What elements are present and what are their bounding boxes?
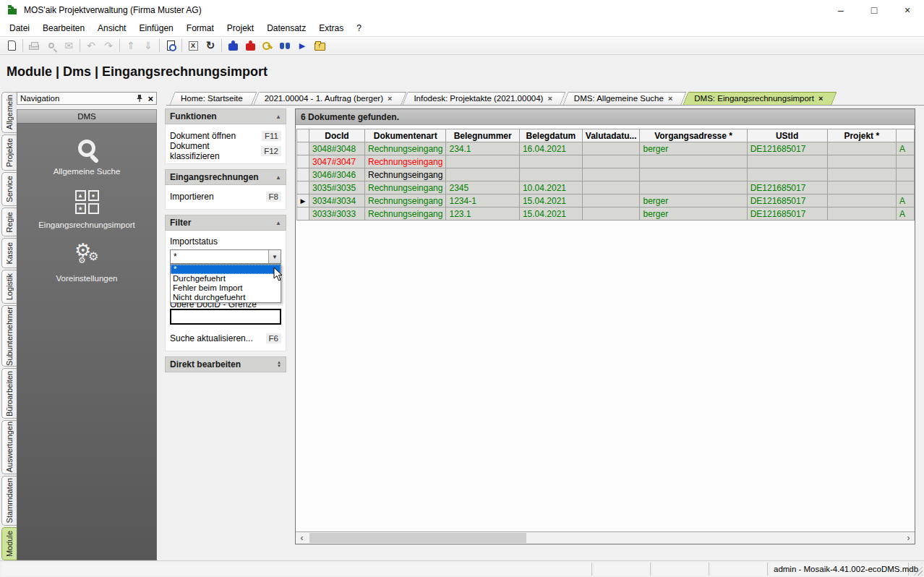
cell[interactable] <box>827 155 896 168</box>
action-importieren[interactable]: Importieren F8 <box>170 189 281 204</box>
vertical-tab-auswertungen[interactable]: Auswertungen <box>1 420 17 474</box>
vertical-tab-kasse[interactable]: Kasse <box>1 238 17 268</box>
row-selector[interactable] <box>297 181 309 195</box>
cell[interactable]: 3046#3046 <box>309 168 365 181</box>
vertical-tab-stammdaten[interactable]: Stammdaten <box>1 476 17 526</box>
cell[interactable]: Rechnungseingang <box>365 142 446 155</box>
menu-datei[interactable]: Datei <box>3 21 36 35</box>
tab-close-icon[interactable]: × <box>388 94 392 103</box>
vertical-tab-module[interactable]: Module <box>1 527 17 560</box>
nav-item-allgemeine-suche[interactable]: Allgemeine Suche <box>25 134 148 176</box>
column-header[interactable]: Dokumentenart <box>365 129 446 142</box>
cell[interactable]: DE121685017 <box>747 181 827 195</box>
row-selector[interactable]: ▶ <box>297 195 309 208</box>
cell[interactable] <box>896 181 914 195</box>
cell[interactable] <box>827 208 896 221</box>
cell[interactable] <box>582 181 640 195</box>
menu-extras[interactable]: Extras <box>312 21 350 35</box>
menu-datensatz[interactable]: Datensatz <box>260 21 312 35</box>
tab-close-icon[interactable]: × <box>547 94 552 103</box>
panel-direkt-bearbeiten-header[interactable]: Direkt bearbeiten ▲▼ <box>165 356 286 372</box>
tab-infodesk-projektakte-2021-00004-[interactable]: Infodesk: Projektakte (2021.00004)× <box>405 92 563 105</box>
cell[interactable]: 16.04.2021 <box>519 142 582 155</box>
table-row[interactable]: 3047#3047Rechnungseingang <box>297 155 915 168</box>
scroll-left-icon[interactable]: ‹ <box>296 532 308 544</box>
module-blue-icon[interactable] <box>224 38 241 54</box>
cell[interactable]: 15.04.2021 <box>519 195 582 208</box>
menu-bearbeiten[interactable]: Bearbeiten <box>36 21 91 35</box>
cell[interactable] <box>896 155 914 168</box>
table-row[interactable]: 3033#3033Rechnungseingang123.115.04.2021… <box>297 208 915 221</box>
row-selector[interactable] <box>297 168 309 181</box>
table-row[interactable]: 3046#3046Rechnungseingang <box>297 168 915 181</box>
cell[interactable] <box>582 142 640 155</box>
cell[interactable]: A <box>896 195 914 208</box>
tab-close-icon[interactable]: × <box>818 94 823 103</box>
column-header[interactable] <box>896 129 914 142</box>
menu-ansicht[interactable]: Ansicht <box>91 21 132 35</box>
menu-?[interactable]: ? <box>350 21 368 35</box>
dropdown-option[interactable]: Nicht durchgefuehrt <box>171 293 281 302</box>
pin-icon[interactable] <box>136 94 143 103</box>
scrollbar-thumb[interactable] <box>309 533 526 543</box>
nav-item-voreinstellungen[interactable]: ⚙⚙⚙Voreinstellungen <box>25 241 148 283</box>
run-icon[interactable]: ▶ <box>294 38 311 54</box>
search-binoculars-icon[interactable] <box>276 38 294 54</box>
cell[interactable] <box>640 181 747 195</box>
row-selector[interactable] <box>297 208 309 221</box>
cell[interactable]: 1234-1 <box>446 195 519 208</box>
cell[interactable]: 3035#3035 <box>309 181 365 195</box>
maximize-button[interactable]: □ <box>857 0 891 20</box>
cell[interactable]: 15.04.2021 <box>519 208 582 221</box>
scrollbar-track[interactable] <box>308 532 902 544</box>
column-header[interactable]: Vorgangsadresse * <box>640 129 747 142</box>
cell[interactable]: A <box>896 208 914 221</box>
cell[interactable]: 234.1 <box>446 142 519 155</box>
tab-home-startseite[interactable]: Home: Startseite <box>172 92 254 105</box>
cell[interactable]: 10.04.2021 <box>519 181 582 195</box>
cell[interactable]: 3034#3034 <box>309 195 365 208</box>
cell[interactable] <box>582 155 640 168</box>
cell[interactable] <box>827 181 896 195</box>
column-header[interactable] <box>297 129 309 142</box>
folder-up-icon[interactable] <box>311 38 328 54</box>
cell[interactable] <box>446 155 519 168</box>
panel-filter-header[interactable]: Filter ▲ <box>165 215 286 231</box>
vertical-tab-allgemein[interactable]: Allgemein <box>1 92 17 133</box>
cell[interactable] <box>640 168 747 181</box>
tab-close-icon[interactable]: × <box>668 94 672 103</box>
cell[interactable]: A <box>896 142 914 155</box>
menu-projekt[interactable]: Projekt <box>221 21 260 35</box>
vertical-tab-büroarbeiten[interactable]: Büroarbeiten <box>1 368 17 418</box>
panel-funktionen-header[interactable]: Funktionen ▲ <box>165 108 286 124</box>
document-search-icon[interactable] <box>162 38 179 54</box>
cell[interactable]: 2345 <box>446 181 519 195</box>
cell[interactable] <box>640 155 747 168</box>
cell[interactable]: DE121685017 <box>747 195 827 208</box>
action-suche-aktualisieren[interactable]: Suche aktualisieren... F6 <box>170 330 281 346</box>
cell[interactable] <box>896 168 914 181</box>
dropdown-option[interactable]: Fehler beim Import <box>171 283 281 293</box>
cell[interactable] <box>827 168 896 181</box>
refresh-icon[interactable]: ↻ <box>202 38 219 54</box>
vertical-tab-regie[interactable]: Regie <box>1 208 17 236</box>
cell[interactable] <box>519 168 582 181</box>
cell[interactable] <box>446 168 519 181</box>
dropdown-option[interactable]: * <box>171 265 281 274</box>
cell[interactable]: 3048#3048 <box>309 142 365 155</box>
module-red-icon[interactable] <box>241 38 259 54</box>
cell[interactable]: 123.1 <box>446 208 519 221</box>
column-header[interactable]: UStId <box>747 129 827 142</box>
cell[interactable]: Rechnungseingang <box>365 155 446 168</box>
cell[interactable]: DE121685017 <box>747 208 827 221</box>
cell[interactable]: Rechnungseingang <box>365 181 446 195</box>
obere-docid-input[interactable] <box>170 309 281 325</box>
importstatus-combobox[interactable]: * ▼ <box>170 249 281 264</box>
cell[interactable] <box>827 142 896 155</box>
scroll-right-icon[interactable]: › <box>902 532 915 544</box>
cell[interactable]: DE121685017 <box>747 142 827 155</box>
cell[interactable]: Rechnungseingang <box>365 168 446 181</box>
minimize-button[interactable]: – <box>824 0 857 20</box>
cell[interactable]: berger <box>640 195 747 208</box>
table-row[interactable]: 3048#3048Rechnungseingang234.116.04.2021… <box>297 142 915 155</box>
